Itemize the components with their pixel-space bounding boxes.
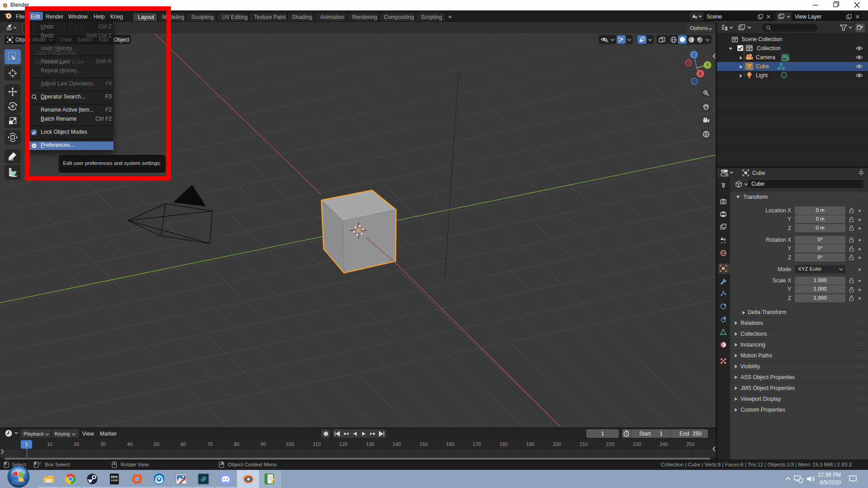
svg-text:Z: Z (693, 52, 695, 57)
svg-text:GAMES: GAMES (111, 479, 118, 482)
svg-text:EPIC: EPIC (111, 475, 118, 479)
svg-text:Y: Y (706, 63, 709, 68)
svg-text:X: X (699, 71, 702, 76)
